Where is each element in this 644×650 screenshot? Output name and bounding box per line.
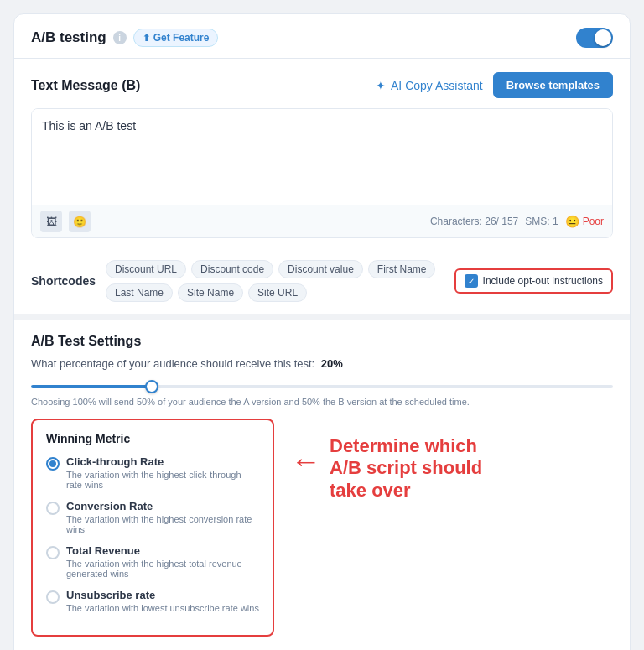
shortcode-tag[interactable]: Discount value	[278, 260, 363, 278]
shortcode-tag[interactable]: Site URL	[248, 283, 307, 302]
section-title: Text Message (B)	[31, 78, 140, 93]
toolbar-right: Characters: 26/ 157 SMS: 1 😐 Poor	[430, 215, 604, 228]
shortcodes-section: Shortcodes Discount URLDiscount codeDisc…	[14, 252, 630, 314]
metrics-list: Click-through RateThe variation with the…	[46, 455, 259, 613]
opt-out-label: Include opt-out instructions	[483, 275, 603, 287]
header-left: A/B testing i ⬆ Get Feature	[31, 29, 218, 47]
shortcode-tag[interactable]: Discount URL	[106, 260, 186, 278]
annotation-arrow: ←	[291, 444, 321, 479]
metric-text-group-2: Total RevenueThe variation with the high…	[66, 544, 259, 579]
quality-label: Poor	[583, 216, 604, 227]
radio-btn-0[interactable]	[46, 457, 60, 471]
metric-text-group-1: Conversion RateThe variation with the hi…	[66, 500, 259, 534]
metric-text-group-0: Click-through RateThe variation with the…	[66, 455, 259, 490]
winning-metric-title: Winning Metric	[46, 432, 259, 445]
header: A/B testing i ⬆ Get Feature	[14, 14, 630, 59]
shortcode-tag[interactable]: Site Name	[178, 283, 243, 302]
characters-count: Characters: 26/ 157	[430, 216, 518, 227]
annotation-line2: A/B script should	[330, 457, 482, 479]
metric-name-2: Total Revenue	[66, 544, 259, 557]
opt-out-checkbox[interactable]: ✓ Include opt-out instructions	[454, 268, 613, 294]
annotation-line1: Determine which	[330, 435, 482, 457]
toggle-switch[interactable]	[576, 28, 613, 48]
metric-desc-0: The variation with the highest click-thr…	[66, 470, 259, 490]
get-feature-label: Get Feature	[153, 32, 210, 44]
text-area-toolbar: 🖼 🙂 Characters: 26/ 157 SMS: 1 😐 Poor	[32, 205, 612, 237]
settings-title: A/B Test Settings	[31, 334, 613, 349]
section-header: Text Message (B) ✦ AI Copy Assistant Bro…	[31, 72, 613, 98]
ai-copy-label: AI Copy Assistant	[391, 79, 483, 92]
quality-emoji: 😐	[565, 215, 579, 228]
metric-option-1[interactable]: Conversion RateThe variation with the hi…	[46, 500, 259, 534]
browse-templates-button[interactable]: Browse templates	[493, 72, 613, 98]
metric-name-0: Click-through Rate	[66, 455, 259, 468]
text-area-wrapper: This is an A/B test 🖼 🙂 Characters: 26/ …	[31, 108, 613, 238]
shortcodes-label: Shortcodes	[31, 274, 96, 288]
upload-icon: ⬆	[143, 33, 150, 44]
slider-wrapper	[31, 377, 613, 392]
shortcode-tag[interactable]: Discount code	[191, 260, 273, 278]
text-message-section: Text Message (B) ✦ AI Copy Assistant Bro…	[14, 59, 630, 252]
metric-text-group-3: Unsubscribe rateThe variation with lowes…	[66, 589, 259, 613]
ai-copy-button[interactable]: ✦ AI Copy Assistant	[376, 79, 483, 92]
section-actions: ✦ AI Copy Assistant Browse templates	[376, 72, 613, 98]
section-divider	[14, 314, 630, 320]
page-title: A/B testing	[31, 29, 106, 46]
metric-desc-3: The variation with lowest unsubscribe ra…	[66, 603, 259, 613]
metric-name-1: Conversion Rate	[66, 500, 259, 512]
shortcodes-tags: Discount URLDiscount codeDiscount valueF…	[106, 260, 454, 302]
metric-option-3[interactable]: Unsubscribe rateThe variation with lowes…	[46, 589, 259, 613]
metric-desc-2: The variation with the highest total rev…	[66, 559, 259, 579]
shortcode-tag[interactable]: Last Name	[106, 283, 173, 302]
winning-metric-box: Winning Metric Click-through RateThe var…	[31, 419, 274, 637]
annotation-text-block: Determine which A/B script should take o…	[330, 435, 482, 502]
percentage-question: What percentage of your audience should …	[31, 357, 314, 370]
radio-btn-1[interactable]	[46, 502, 60, 515]
annotation-line3: take over	[330, 480, 482, 502]
annotation: ← Determine which A/B script should take…	[291, 419, 482, 502]
checkbox-checked-icon: ✓	[465, 274, 478, 288]
radio-btn-2[interactable]	[46, 546, 60, 559]
shortcode-tag[interactable]: First Name	[368, 260, 436, 278]
sms-count: SMS: 1	[525, 216, 558, 227]
metric-option-0[interactable]: Click-through RateThe variation with the…	[46, 455, 259, 490]
quality-badge: 😐 Poor	[565, 215, 604, 228]
metric-name-3: Unsubscribe rate	[66, 589, 259, 601]
slider-hint: Choosing 100% will send 50% of your audi…	[31, 397, 613, 407]
winning-metric-container: Winning Metric Click-through RateThe var…	[31, 419, 613, 637]
percentage-value: 20%	[321, 357, 343, 370]
info-icon[interactable]: i	[113, 31, 127, 44]
metric-desc-1: The variation with the highest conversio…	[66, 514, 259, 534]
radio-btn-3[interactable]	[46, 590, 60, 604]
message-textarea[interactable]: This is an A/B test	[32, 109, 612, 201]
emoji-icon[interactable]: 🙂	[69, 211, 91, 232]
main-card: A/B testing i ⬆ Get Feature Text Message…	[13, 13, 631, 650]
get-feature-button[interactable]: ⬆ Get Feature	[133, 29, 219, 47]
percentage-label: What percentage of your audience should …	[31, 357, 613, 370]
annotation-content: ← Determine which A/B script should take…	[291, 435, 482, 502]
audience-slider[interactable]	[31, 385, 613, 388]
toolbar-left: 🖼 🙂	[40, 211, 91, 232]
ai-icon: ✦	[376, 79, 386, 92]
ab-settings-section: A/B Test Settings What percentage of you…	[14, 320, 630, 650]
image-icon[interactable]: 🖼	[40, 211, 62, 232]
metric-option-2[interactable]: Total RevenueThe variation with the high…	[46, 544, 259, 579]
